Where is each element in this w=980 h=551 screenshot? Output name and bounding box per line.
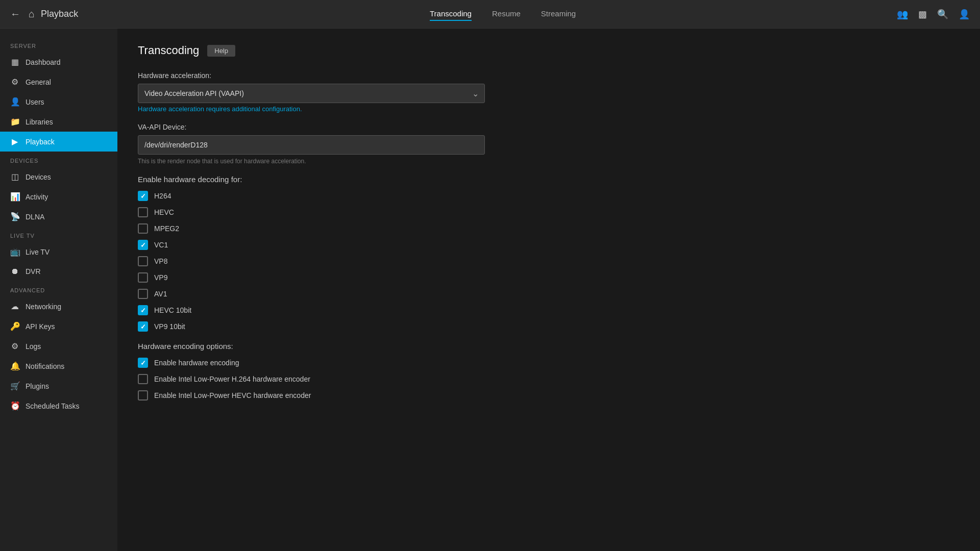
- sidebar-item-activity[interactable]: 📊 Activity: [0, 187, 117, 207]
- sidebar-label-dvr: DVR: [26, 267, 41, 276]
- tab-transcoding[interactable]: Transcoding: [430, 7, 472, 21]
- sidebar-label-general: General: [26, 78, 51, 86]
- cast-icon[interactable]: ▩: [918, 9, 927, 20]
- codec-vp910bit-checkbox[interactable]: [138, 321, 148, 332]
- codec-mpeg2-checkbox[interactable]: [138, 223, 148, 234]
- vaapi-label: VA-API Device:: [138, 123, 485, 131]
- codec-vc1-row: VC1: [138, 240, 485, 250]
- sidebar-item-devices[interactable]: ◫ Devices: [0, 167, 117, 187]
- playback-icon: ▶: [10, 137, 19, 146]
- sidebar-item-dashboard[interactable]: ▦ Dashboard: [0, 52, 117, 72]
- libraries-icon: 📁: [10, 117, 19, 127]
- help-button[interactable]: Help: [207, 45, 235, 57]
- tab-streaming[interactable]: Streaming: [541, 7, 576, 21]
- codec-vp910bit-row: VP9 10bit: [138, 321, 485, 332]
- codec-vp9-row: VP9: [138, 272, 485, 283]
- codec-hevc10bit-row: HEVC 10bit: [138, 305, 485, 315]
- vaapi-input[interactable]: /dev/dri/renderD128: [138, 135, 485, 155]
- dashboard-icon: ▦: [10, 57, 19, 67]
- dvr-icon: ⏺: [10, 267, 19, 276]
- user-icon[interactable]: 👤: [959, 9, 970, 20]
- nav-actions: 👥 ▩ 🔍 👤: [897, 9, 970, 20]
- codec-vp8-checkbox[interactable]: [138, 256, 148, 266]
- codec-mpeg2-label: MPEG2: [154, 224, 179, 233]
- codec-vp8-label: VP8: [154, 257, 167, 265]
- logs-icon: ⚙: [10, 341, 19, 351]
- app-title: Playback: [41, 9, 78, 19]
- hw-accel-warning[interactable]: Hardware acceleration requires additiona…: [138, 105, 485, 113]
- sidebar-label-users: Users: [26, 98, 44, 106]
- codec-hevc-checkbox[interactable]: [138, 207, 148, 217]
- users-sidebar-icon: 👤: [10, 97, 19, 107]
- sidebar-label-logs: Logs: [26, 342, 41, 350]
- codec-h264-checkbox[interactable]: [138, 191, 148, 201]
- sidebar-label-notifications: Notifications: [26, 362, 64, 370]
- notifications-icon: 🔔: [10, 361, 19, 371]
- enc-enablehw-label: Enable hardware encoding: [154, 359, 239, 367]
- enc-intelhevc-label: Enable Intel Low-Power HEVC hardware enc…: [154, 391, 311, 399]
- sidebar-item-notifications[interactable]: 🔔 Notifications: [0, 356, 117, 376]
- sidebar-item-networking[interactable]: ☁ Networking: [0, 296, 117, 316]
- sidebar-item-dlna[interactable]: 📡 DLNA: [0, 207, 117, 227]
- activity-icon: 📊: [10, 192, 19, 202]
- general-icon: ⚙: [10, 77, 19, 87]
- advanced-section-label: Advanced: [0, 281, 117, 296]
- page-title: Transcoding: [138, 44, 199, 57]
- plugins-icon: 🛒: [10, 381, 19, 391]
- networking-icon: ☁: [10, 302, 19, 311]
- codec-hevc-row: HEVC: [138, 207, 485, 217]
- sidebar-label-apikeys: API Keys: [26, 322, 55, 331]
- sidebar-label-devices: Devices: [26, 173, 51, 181]
- codec-vp9-checkbox[interactable]: [138, 272, 148, 283]
- hw-accel-select[interactable]: None Video Acceleration API (VAAPI) NVEN…: [138, 84, 485, 103]
- dlna-icon: 📡: [10, 212, 19, 221]
- devices-section-label: Devices: [0, 152, 117, 167]
- codec-hevc10bit-label: HEVC 10bit: [154, 306, 191, 314]
- livetv-section-label: Live TV: [0, 227, 117, 242]
- sidebar-item-scheduledtasks[interactable]: ⏰ Scheduled Tasks: [0, 396, 117, 416]
- sidebar-label-plugins: Plugins: [26, 382, 49, 390]
- codec-mpeg2-row: MPEG2: [138, 223, 485, 234]
- tab-resume[interactable]: Resume: [492, 7, 521, 21]
- hw-accel-label: Hardware acceleration:: [138, 71, 485, 80]
- sidebar-item-libraries[interactable]: 📁 Libraries: [0, 112, 117, 132]
- hw-encoding-title: Hardware encoding options:: [138, 342, 485, 350]
- home-button[interactable]: ⌂: [29, 8, 35, 20]
- sidebar-label-networking: Networking: [26, 303, 61, 311]
- search-icon[interactable]: 🔍: [937, 9, 948, 20]
- codec-av1-checkbox[interactable]: [138, 289, 148, 299]
- sidebar-item-general[interactable]: ⚙ General: [0, 72, 117, 92]
- nav-tabs: Transcoding Resume Streaming: [109, 7, 897, 21]
- form-section: Transcoding Help Hardware acceleration: …: [138, 44, 485, 400]
- enc-intelh264-label: Enable Intel Low-Power H.264 hardware en…: [154, 375, 310, 383]
- apikeys-icon: 🔑: [10, 321, 19, 331]
- sidebar-item-playback[interactable]: ▶ Playback: [0, 132, 117, 152]
- sidebar-label-livetv: Live TV: [26, 248, 50, 256]
- sidebar-item-livetv[interactable]: 📺 Live TV: [0, 242, 117, 262]
- enc-intelhevc-checkbox[interactable]: [138, 390, 148, 400]
- sidebar-label-dashboard: Dashboard: [26, 58, 61, 66]
- vaapi-hint: This is the render node that is used for…: [138, 158, 485, 165]
- layout: Server ▦ Dashboard ⚙ General 👤 Users 📁 L…: [0, 29, 980, 551]
- sidebar-item-plugins[interactable]: 🛒 Plugins: [0, 376, 117, 396]
- enc-intelh264-checkbox[interactable]: [138, 374, 148, 384]
- sidebar-item-dvr[interactable]: ⏺ DVR: [0, 262, 117, 281]
- sidebar-item-apikeys[interactable]: 🔑 API Keys: [0, 316, 117, 336]
- back-button[interactable]: ←: [10, 8, 20, 20]
- sidebar-item-users[interactable]: 👤 Users: [0, 92, 117, 112]
- enc-enablehw-checkbox[interactable]: [138, 358, 148, 368]
- codec-vp910bit-label: VP9 10bit: [154, 322, 185, 331]
- codec-vc1-checkbox[interactable]: [138, 240, 148, 250]
- sidebar-item-logs[interactable]: ⚙ Logs: [0, 336, 117, 356]
- enc-enablehw-row: Enable hardware encoding: [138, 358, 485, 368]
- codec-av1-row: AV1: [138, 289, 485, 299]
- users-icon[interactable]: 👥: [897, 9, 908, 20]
- top-nav: ← ⌂ Playback Transcoding Resume Streamin…: [0, 0, 980, 29]
- sidebar-label-playback: Playback: [26, 138, 55, 146]
- sidebar-label-dlna: DLNA: [26, 213, 44, 221]
- server-section-label: Server: [0, 37, 117, 52]
- scheduledtasks-icon: ⏰: [10, 401, 19, 411]
- codec-vp9-label: VP9: [154, 273, 167, 282]
- codec-hevc-label: HEVC: [154, 208, 174, 216]
- codec-hevc10bit-checkbox[interactable]: [138, 305, 148, 315]
